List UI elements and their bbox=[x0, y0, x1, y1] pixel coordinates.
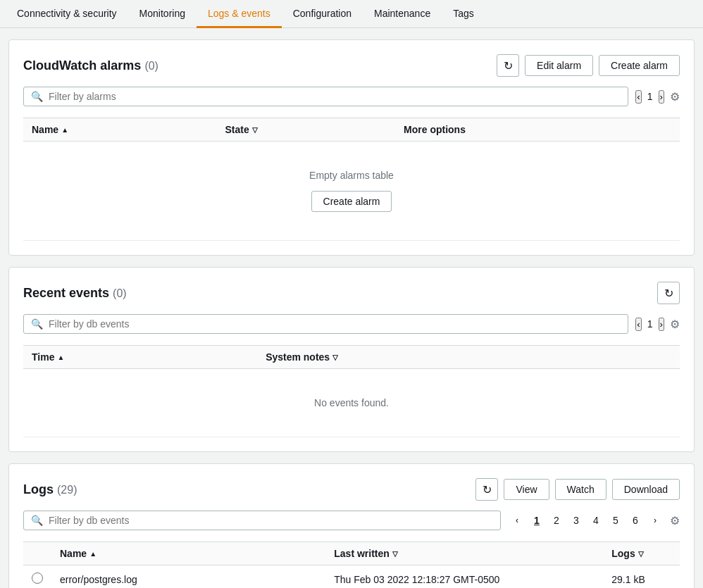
logs-count: (29) bbox=[57, 484, 77, 496]
cloudwatch-title: CloudWatch alarms (0) bbox=[23, 58, 158, 73]
recent-events-col-time[interactable]: Time bbox=[23, 346, 257, 369]
cloudwatch-col-options: More options bbox=[395, 118, 680, 142]
logs-search-container[interactable]: 🔍 bbox=[23, 511, 501, 530]
recent-events-empty-message: No events found. bbox=[314, 397, 389, 408]
tab-configuration[interactable]: Configuration bbox=[282, 1, 363, 28]
cloudwatch-pagination: ‹ 1 › ⚙ bbox=[635, 90, 680, 104]
logs-page-nav: ‹ 1 2 3 4 5 6 › bbox=[508, 511, 664, 530]
recent-events-empty-state: No events found. bbox=[23, 369, 680, 437]
cloudwatch-state-sort: State bbox=[225, 124, 258, 135]
logs-panel: Logs (29) ↻ View Watch Download 🔍 ‹ 1 2 … bbox=[8, 463, 695, 588]
logs-search-input[interactable] bbox=[49, 515, 493, 526]
logs-settings-icon[interactable]: ⚙ bbox=[670, 514, 680, 527]
cloudwatch-name-sort: Name bbox=[32, 124, 68, 135]
logs-col-select bbox=[23, 542, 51, 565]
recent-events-search-container[interactable]: 🔍 bbox=[23, 314, 628, 334]
logs-view-button[interactable]: View bbox=[504, 479, 549, 500]
logs-table: Name Last written Logs error/postgres.lo… bbox=[23, 542, 680, 588]
cloudwatch-actions: ↻ Edit alarm Create alarm bbox=[497, 54, 680, 77]
cloudwatch-search-icon: 🔍 bbox=[31, 91, 43, 102]
logs-pagination: ‹ 1 2 3 4 5 6 › ⚙ bbox=[508, 511, 680, 530]
logs-row-logs-0: 29.1 kB bbox=[603, 565, 680, 589]
cloudwatch-page-num: 1 bbox=[647, 91, 653, 102]
logs-header: Logs (29) ↻ View Watch Download bbox=[23, 478, 680, 501]
tab-logs-events[interactable]: Logs & events bbox=[197, 1, 282, 28]
logs-row-radio-cell bbox=[23, 565, 51, 589]
recent-events-search-input[interactable] bbox=[49, 318, 621, 330]
cloudwatch-empty-message: Empty alarms table bbox=[53, 170, 650, 181]
recent-events-actions: ↻ bbox=[657, 282, 680, 304]
tab-tags[interactable]: Tags bbox=[442, 1, 485, 28]
logs-table-row: error/postgres.log Thu Feb 03 2022 12:18… bbox=[23, 565, 680, 589]
logs-refresh-button[interactable]: ↻ bbox=[475, 478, 498, 501]
logs-next-button[interactable]: › bbox=[646, 511, 664, 530]
cloudwatch-search-input[interactable] bbox=[49, 91, 621, 102]
recent-events-title: Recent events (0) bbox=[23, 286, 127, 301]
recent-events-count: (0) bbox=[113, 287, 127, 299]
recent-events-filter-row: 🔍 ‹ 1 › ⚙ bbox=[23, 314, 680, 334]
cloudwatch-col-state[interactable]: State bbox=[217, 118, 396, 142]
recent-events-pagination: ‹ 1 › ⚙ bbox=[635, 318, 680, 331]
logs-name-sort: Name bbox=[60, 548, 97, 559]
edit-alarm-button[interactable]: Edit alarm bbox=[525, 55, 593, 76]
tabs-bar: Connectivity & security Monitoring Logs … bbox=[0, 0, 703, 28]
recent-events-search-icon: 🔍 bbox=[31, 318, 43, 330]
cloudwatch-empty-state: Empty alarms table Create alarm bbox=[23, 142, 680, 241]
logs-last-written-sort: Last written bbox=[334, 548, 398, 559]
create-alarm-button[interactable]: Create alarm bbox=[599, 55, 680, 76]
logs-row-name-0: error/postgres.log bbox=[51, 565, 325, 589]
cloudwatch-settings-icon[interactable]: ⚙ bbox=[670, 90, 680, 104]
logs-logs-sort: Logs bbox=[611, 548, 643, 559]
recent-events-notes-sort: System notes bbox=[266, 351, 338, 363]
cloudwatch-filter-row: 🔍 ‹ 1 › ⚙ bbox=[23, 87, 680, 106]
logs-col-last-written[interactable]: Last written bbox=[325, 542, 603, 565]
logs-row-last-written-0: Thu Feb 03 2022 12:18:27 GMT-0500 bbox=[325, 565, 603, 589]
logs-col-logs[interactable]: Logs bbox=[603, 542, 680, 565]
logs-filter-row: 🔍 ‹ 1 2 3 4 5 6 › ⚙ bbox=[23, 511, 680, 530]
cloudwatch-prev-button[interactable]: ‹ bbox=[635, 90, 641, 104]
cloudwatch-refresh-button[interactable]: ↻ bbox=[497, 54, 519, 77]
cloudwatch-panel: CloudWatch alarms (0) ↻ Edit alarm Creat… bbox=[8, 39, 695, 256]
logs-page-4[interactable]: 4 bbox=[587, 511, 605, 530]
logs-title: Logs (29) bbox=[23, 482, 77, 497]
logs-page-3[interactable]: 3 bbox=[567, 511, 585, 530]
logs-watch-button[interactable]: Watch bbox=[555, 479, 606, 500]
logs-page-5[interactable]: 5 bbox=[606, 511, 625, 530]
recent-events-panel: Recent events (0) ↻ 🔍 ‹ 1 › ⚙ Time Syste… bbox=[8, 267, 695, 452]
logs-page-2[interactable]: 2 bbox=[547, 511, 566, 530]
tab-maintenance[interactable]: Maintenance bbox=[363, 1, 442, 28]
recent-events-table: Time System notes No events found. bbox=[23, 345, 680, 437]
logs-actions: ↻ View Watch Download bbox=[475, 478, 680, 501]
recent-events-header: Recent events (0) ↻ bbox=[23, 282, 680, 304]
cloudwatch-count: (0) bbox=[144, 60, 158, 72]
cloudwatch-search-container[interactable]: 🔍 bbox=[23, 87, 628, 106]
recent-events-prev-button[interactable]: ‹ bbox=[635, 318, 641, 331]
recent-events-time-sort: Time bbox=[32, 351, 64, 363]
cloudwatch-header: CloudWatch alarms (0) ↻ Edit alarm Creat… bbox=[23, 54, 680, 77]
cloudwatch-table: Name State More options Empty alarms tab… bbox=[23, 118, 680, 241]
recent-events-next-button[interactable]: › bbox=[659, 318, 664, 331]
recent-events-col-system-notes[interactable]: System notes bbox=[257, 346, 680, 369]
logs-prev-button[interactable]: ‹ bbox=[508, 511, 526, 530]
logs-search-icon: 🔍 bbox=[31, 515, 43, 526]
cloudwatch-col-name[interactable]: Name bbox=[23, 118, 217, 142]
logs-page-1[interactable]: 1 bbox=[528, 511, 546, 530]
cloudwatch-create-alarm-button[interactable]: Create alarm bbox=[311, 191, 392, 212]
tab-monitoring[interactable]: Monitoring bbox=[128, 1, 197, 28]
logs-row-radio-0[interactable] bbox=[32, 573, 43, 584]
logs-page-6[interactable]: 6 bbox=[626, 511, 645, 530]
tab-connectivity[interactable]: Connectivity & security bbox=[6, 1, 128, 28]
recent-events-refresh-button[interactable]: ↻ bbox=[657, 282, 680, 304]
logs-col-name[interactable]: Name bbox=[51, 542, 325, 565]
cloudwatch-next-button[interactable]: › bbox=[659, 90, 664, 104]
recent-events-settings-icon[interactable]: ⚙ bbox=[670, 318, 680, 331]
recent-events-page-num: 1 bbox=[647, 318, 653, 330]
logs-download-button[interactable]: Download bbox=[612, 479, 680, 500]
